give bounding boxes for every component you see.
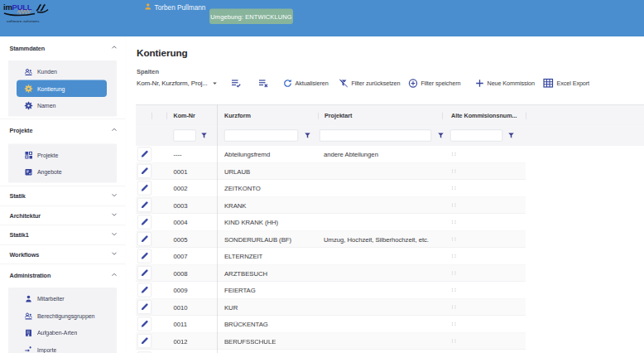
sidebar-item-projekte[interactable]: Projekte bbox=[8, 147, 117, 164]
columns-select[interactable]: Kom-Nr, Kurzform, Proj... bbox=[137, 76, 219, 90]
pencil-icon bbox=[140, 167, 149, 176]
cell-kom-nr: ---- bbox=[174, 146, 182, 163]
table-row[interactable]: 0001URLAUB bbox=[136, 163, 526, 181]
cell-alte-kommissionsnummer bbox=[451, 231, 457, 249]
edit-row-button[interactable] bbox=[137, 300, 151, 314]
user-menu[interactable]: Torben Pullmann bbox=[144, 1, 205, 13]
grid-header-row: Kom-NrKurzformProjektartAlte Kommisionsn… bbox=[136, 105, 644, 127]
pencil-icon bbox=[140, 286, 149, 295]
reset-filter-button[interactable]: Filter zurücksetzen bbox=[339, 76, 400, 90]
table-row[interactable]: ----Abteilungsfremdandere Abteilungen bbox=[136, 146, 526, 163]
table-row[interactable]: 0003KRANK bbox=[136, 197, 526, 215]
table-row[interactable]: 0004KIND KRANK (HH) bbox=[136, 214, 526, 231]
cell-kom-nr: 0009 bbox=[174, 282, 188, 299]
cell-alte-kommissionsnummer bbox=[451, 214, 457, 231]
chevron-down-icon bbox=[110, 191, 118, 201]
filter-input[interactable] bbox=[320, 130, 431, 142]
import-icon bbox=[24, 345, 33, 353]
sidebar-group-workflows[interactable]: Workflows bbox=[0, 245, 125, 264]
table-row[interactable]: 0005SONDERURLAUB (BF)Umzug, Hochzeit, Si… bbox=[136, 231, 526, 249]
toolbar-button-label: Aktualisieren bbox=[296, 80, 329, 87]
sidebar-item-namen[interactable]: Namen bbox=[8, 97, 117, 114]
pencil-icon bbox=[140, 320, 149, 329]
funnel-icon[interactable] bbox=[304, 132, 311, 141]
table-row[interactable]: 0008ARZTBESUCH bbox=[136, 265, 526, 283]
cell-kurzform: KUR bbox=[224, 299, 238, 317]
table-row[interactable]: 0011BRÜCKENTAG bbox=[136, 316, 526, 333]
drag-dots-icon bbox=[451, 287, 457, 294]
cell-alte-kommissionsnummer bbox=[451, 282, 457, 299]
column-header[interactable]: Kom-Nr bbox=[174, 105, 195, 127]
frozen-column-border bbox=[217, 105, 218, 353]
gear-icon bbox=[24, 84, 33, 93]
sidebar-group-label: Workflows bbox=[10, 251, 40, 258]
edit-row-button[interactable] bbox=[137, 266, 151, 280]
app-logo[interactable]: imPULL software-solutions bbox=[3, 3, 65, 35]
sidebar-group-statik[interactable]: Statik bbox=[0, 186, 125, 206]
pencil-icon bbox=[140, 218, 149, 227]
table-row[interactable]: 0012BERUFSSCHULE bbox=[136, 333, 526, 351]
sidebar-item-kontierung[interactable]: Kontierung bbox=[17, 80, 107, 98]
filter-input[interactable] bbox=[224, 130, 298, 142]
drag-dots-icon bbox=[451, 185, 457, 192]
sidebar-item-berechtigungsgruppen[interactable]: Berechtigungsgruppen bbox=[8, 307, 117, 325]
sidebar-group-panel: ProjekteAngebote bbox=[8, 144, 117, 183]
cell-kurzform: BRÜCKENTAG bbox=[224, 316, 268, 333]
drag-dots-icon bbox=[451, 201, 457, 209]
column-header[interactable]: Projektart bbox=[324, 105, 352, 127]
sidebar-item-label: Projekte bbox=[37, 152, 58, 158]
funnel-icon[interactable] bbox=[507, 132, 515, 141]
refresh-button[interactable]: Aktualisieren bbox=[283, 76, 329, 90]
edit-row-button[interactable] bbox=[137, 215, 151, 230]
sidebar-group-architektur[interactable]: Architektur bbox=[0, 206, 125, 225]
filter-input[interactable] bbox=[174, 130, 196, 142]
sidebar-item-kunden[interactable]: Kunden bbox=[8, 63, 117, 80]
cell-kom-nr: 0002 bbox=[174, 180, 188, 197]
sidebar-group-label: Stammdaten bbox=[10, 45, 46, 51]
sidebar-group-statik1[interactable]: Statik1 bbox=[0, 225, 125, 244]
grid-rows: ----Abteilungsfremdandere Abteilungen000… bbox=[136, 146, 644, 353]
edit-row-button[interactable] bbox=[137, 147, 151, 162]
table-row[interactable]: 0007ELTERNZEIT bbox=[136, 248, 526, 265]
edit-row-button[interactable] bbox=[137, 198, 151, 212]
sidebar-item-importe[interactable]: Importe bbox=[8, 341, 117, 353]
funnel-icon[interactable] bbox=[200, 132, 208, 141]
sidebar-item-label: Aufgaben-Arten bbox=[37, 329, 77, 336]
select-all-columns-button[interactable] bbox=[231, 76, 242, 90]
edit-row-button[interactable] bbox=[137, 181, 151, 196]
table-row[interactable]: 0009FEIERTAG bbox=[136, 282, 526, 299]
sidebar-group-administration[interactable]: Administration bbox=[0, 266, 125, 285]
save-filter-button[interactable]: Filter speichern bbox=[408, 76, 460, 90]
column-header[interactable]: Kurzform bbox=[224, 105, 251, 127]
deselect-columns-button[interactable] bbox=[258, 76, 269, 90]
sidebar-item-aufgaben-arten[interactable]: Aufgaben-Arten bbox=[8, 324, 117, 341]
edit-row-button[interactable] bbox=[137, 283, 151, 297]
new-kommission-button[interactable]: Neue Kommission bbox=[475, 76, 535, 90]
sidebar-item-mitarbeiter[interactable]: Mitarbeiter bbox=[8, 290, 117, 307]
users-icon bbox=[24, 311, 33, 320]
edit-row-button[interactable] bbox=[137, 164, 151, 178]
sidebar-item-label: Kunden bbox=[37, 68, 57, 75]
sidebar-group-projekte[interactable]: Projekte bbox=[0, 119, 125, 143]
table-row[interactable]: 0010KUR bbox=[136, 299, 526, 317]
edit-row-button[interactable] bbox=[137, 334, 151, 348]
table-row-partial[interactable] bbox=[136, 350, 526, 353]
sidebar-group-label: Statik1 bbox=[10, 232, 29, 239]
sidebar-group-stammdaten[interactable]: Stammdaten bbox=[0, 36, 125, 60]
sidebar-group-label: Statik bbox=[10, 193, 26, 200]
cell-alte-kommissionsnummer bbox=[451, 180, 457, 197]
excel-export-button[interactable]: Excel Export bbox=[543, 76, 589, 90]
pencil-icon bbox=[140, 150, 149, 159]
sidebar-item-angebote[interactable]: Angebote bbox=[8, 163, 117, 181]
cell-kurzform: BERUFSSCHULE bbox=[224, 333, 276, 351]
drag-dots-icon bbox=[451, 337, 457, 345]
filter-input[interactable] bbox=[450, 130, 502, 142]
cell-alte-kommissionsnummer bbox=[451, 197, 457, 215]
edit-row-button[interactable] bbox=[137, 249, 151, 264]
funnel-icon[interactable] bbox=[437, 132, 445, 141]
table-row[interactable]: 0002ZEITKONTO bbox=[136, 180, 526, 197]
edit-row-button[interactable] bbox=[137, 232, 151, 246]
cell-kom-nr: 0008 bbox=[174, 265, 188, 283]
column-header[interactable]: Alte Kommisionsnum... bbox=[451, 105, 517, 127]
edit-row-button[interactable] bbox=[137, 317, 151, 331]
